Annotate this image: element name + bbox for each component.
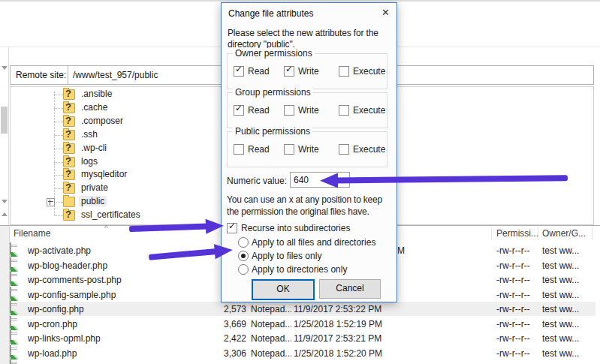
column-separator[interactable] [491,227,492,240]
folder-icon: ? [63,130,75,140]
scrollbar-thumb[interactable] [1,107,8,134]
folder-icon: ? [63,116,75,127]
scroll-arrow-icon[interactable] [2,66,8,70]
file-permissions: -rw-r--r-- [496,245,540,256]
folder-icon: ? [63,183,75,194]
file-permissions: -rw-r--r-- [496,333,540,344]
column-header-owner[interactable]: Owner/G... [542,228,586,239]
execute-checkbox[interactable]: ✓ [339,66,349,77]
tree-item-label: public [79,196,107,206]
file-size: 2,573 [188,304,246,314]
cancel-button[interactable]: Cancel [319,279,381,299]
folder-icon: ? [63,197,75,207]
annotation-arrow-numeric-value [320,170,568,188]
execute-checkbox[interactable]: ✓ [339,144,349,155]
dialog-title: Change file attributes [228,8,313,19]
tree-connector [54,122,63,122]
read-checkbox[interactable]: ✓ [234,66,244,77]
permission-group: Public permissions ✓ Read ✓ Write ✓ Exec… [227,131,387,167]
file-row[interactable]: wp-cron.php 3,669 Notepad... 1/25/2018 1… [10,317,595,331]
column-header-permissions[interactable]: Permissi... [496,228,538,239]
php-file-icon [10,272,11,284]
scroll-arrow-icon[interactable] [2,212,8,216]
radio-button[interactable] [238,237,249,248]
file-name: wp-cron.php [28,319,77,329]
question-mark-icon: ? [65,209,71,220]
question-mark-icon: ? [65,88,71,99]
file-owner: test ww... [542,319,590,329]
write-label: Write [298,144,319,155]
read-label: Read [248,105,270,116]
write-checkbox[interactable]: ✓ [284,105,294,116]
write-checkbox[interactable]: ✓ [284,144,294,155]
write-label: Write [298,105,319,116]
arrow-head-icon [214,242,234,259]
tree-connector [54,175,63,176]
tree-connector [54,188,63,189]
question-mark-icon: ? [65,155,71,167]
tree-connector [54,162,63,163]
question-mark-icon: ? [65,168,71,179]
expand-icon[interactable] [47,198,55,206]
folder-icon: ? [63,170,75,180]
file-name: wp-config.php [28,304,84,314]
php-file-icon [10,301,11,313]
file-owner: test ww... [542,260,590,271]
php-file-icon [10,287,11,299]
file-name: wp-comments-post.php [28,275,122,285]
tree-connector [54,202,63,203]
column-header-filename[interactable]: Filename [14,228,50,239]
read-checkbox[interactable]: ✓ [234,144,244,155]
question-mark-icon: ? [65,128,71,140]
folder-icon: ? [63,157,75,167]
arrow-shaft [333,175,568,183]
tree-connector [54,108,63,109]
permission-group: Group permissions ✓ Read ✓ Write ✓ Execu… [227,92,387,128]
file-row[interactable]: wp-config.php 2,573 Notepad... 11/9/2017… [10,302,595,316]
file-row[interactable]: wp-links-opml.php 2,422 Notepad... 11/9/… [10,331,595,345]
checkmark-icon: ✓ [228,221,236,231]
permission-group-label: Owner permissions [233,48,315,59]
recurse-checkbox[interactable]: ✓ [227,223,237,233]
question-mark-icon: ? [65,182,71,193]
folder-icon: ? [63,143,75,154]
file-permissions: -rw-r--r-- [496,260,540,271]
execute-checkbox[interactable]: ✓ [339,105,349,116]
tree-item-label: mysqleditor [79,169,129,179]
radio-button[interactable] [238,251,249,261]
sort-ascending-icon: ^ [104,224,108,233]
php-file-icon [10,242,11,254]
file-type: Notepad... [251,333,291,344]
question-mark-icon: ? [65,115,71,126]
permission-group-label: Public permissions [233,126,312,137]
toolbar-edge [0,0,600,2]
read-checkbox[interactable]: ✓ [234,105,244,116]
execute-label: Execute [353,144,385,155]
left-gutter [0,226,10,364]
tree-connector [54,135,63,136]
folder-icon: ? [63,89,75,100]
file-modified: 1/25/2018 1:52:19 PM [294,319,406,329]
checkmark-icon: ✓ [235,64,243,74]
annotation-arrow-recurse [129,218,225,236]
permission-group: Owner permissions ✓ Read ✓ Write ✓ Execu… [227,53,387,89]
radio-label: Apply to all files and directories [252,237,375,248]
radio-button[interactable] [238,264,249,275]
file-row[interactable]: wp-load.php 3,306 Notepad... 1/25/2018 1… [10,346,595,360]
file-size: 3,669 [188,319,246,329]
tree-item-label: .ssh [79,129,100,140]
scroll-arrow-icon[interactable] [2,200,8,203]
arrow-shaft [149,248,219,260]
column-separator[interactable] [538,227,538,240]
close-icon[interactable]: ✕ [381,7,390,18]
write-checkbox[interactable]: ✓ [284,66,294,77]
file-owner: test ww... [542,304,590,314]
numeric-value-label: Numeric value: [227,176,287,186]
clipped-date-text: M [397,245,405,256]
tree-connector [54,149,63,149]
file-row[interactable]: wp-login.php 37,286 Notepad... 12/13/201… [10,360,595,364]
file-type: Notepad... [251,304,291,314]
ok-button[interactable]: OK [252,279,315,300]
column-separator[interactable] [592,227,592,240]
file-size: 3,306 [188,348,246,359]
